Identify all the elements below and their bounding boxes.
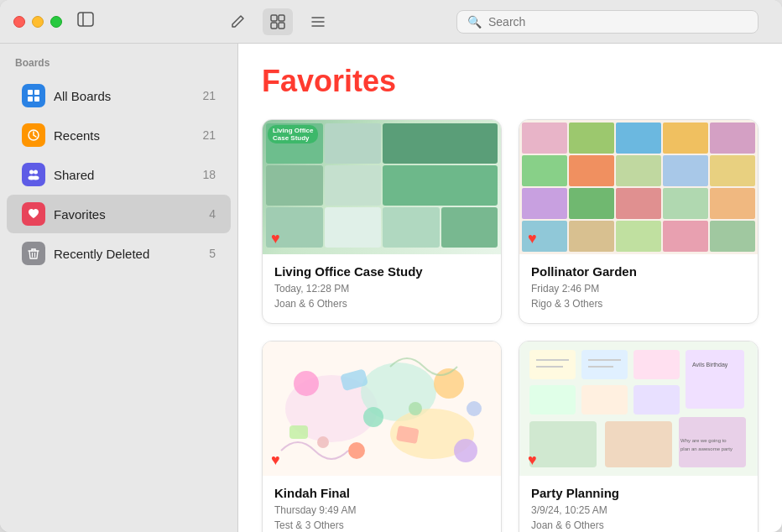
svg-rect-5 xyxy=(279,23,284,29)
svg-text:plan an awesome party: plan an awesome party xyxy=(680,446,732,451)
recents-icon xyxy=(22,123,45,147)
favorite-heart-kindah[interactable]: ♥ xyxy=(271,451,280,469)
svg-point-37 xyxy=(317,436,329,448)
board-collaborators-pollinator: Rigo & 3 Others xyxy=(531,296,746,311)
board-info-kindah: Kindah Final Thursday 9:49 AM Test & 3 O… xyxy=(263,476,501,532)
favorites-icon xyxy=(22,202,45,226)
favorite-heart-pollinator[interactable]: ♥ xyxy=(528,230,537,248)
svg-rect-41 xyxy=(581,350,628,379)
sidebar-item-all-boards[interactable]: All Boards 21 xyxy=(7,76,231,115)
favorite-heart-living-office[interactable]: ♥ xyxy=(271,230,280,248)
boards-grid: Living OfficeCase Study ♥ Living Office … xyxy=(262,119,759,532)
svg-rect-40 xyxy=(529,350,576,379)
board-name-party: Party Planning xyxy=(531,486,746,500)
board-card-living-office[interactable]: Living OfficeCase Study ♥ Living Office … xyxy=(262,119,502,324)
svg-rect-48 xyxy=(605,421,672,467)
board-date-kindah: Thursday 9:49 AM xyxy=(274,503,489,518)
all-boards-count: 21 xyxy=(202,89,216,102)
svg-rect-46 xyxy=(633,385,680,415)
svg-rect-9 xyxy=(28,90,33,95)
content-area: Favorites xyxy=(238,44,782,532)
svg-rect-2 xyxy=(271,15,277,21)
svg-rect-42 xyxy=(633,350,680,379)
search-bar: 🔍 xyxy=(456,10,759,34)
minimize-button[interactable] xyxy=(32,16,44,28)
board-name-kindah: Kindah Final xyxy=(274,486,489,500)
sidebar-item-shared[interactable]: Shared 18 xyxy=(7,155,231,194)
all-boards-icon xyxy=(22,84,45,107)
toolbar-center xyxy=(109,8,446,35)
svg-point-17 xyxy=(33,176,39,180)
svg-point-36 xyxy=(409,402,422,415)
board-card-kindah-final[interactable]: ♥ Kindah Final Thursday 9:49 AM Test & 3… xyxy=(262,341,502,532)
traffic-lights xyxy=(13,16,62,28)
page-title: Favorites xyxy=(262,64,759,99)
svg-rect-11 xyxy=(28,96,33,102)
favorites-count: 4 xyxy=(209,207,216,221)
svg-rect-47 xyxy=(529,421,597,467)
board-info-living-office: Living Office Case Study Today, 12:28 PM… xyxy=(263,254,501,323)
app-window: 🔍 Boards All Boards 21 xyxy=(0,0,782,532)
board-card-party-planning[interactable]: Avils Birthday Why are we going to plan … xyxy=(519,341,759,532)
shared-label: Shared xyxy=(54,168,194,182)
svg-point-28 xyxy=(294,371,319,396)
board-thumbnail-party: Avils Birthday Why are we going to plan … xyxy=(519,342,758,476)
favorite-heart-party[interactable]: ♥ xyxy=(528,451,537,469)
recently-deleted-label: Recently Deleted xyxy=(54,247,201,261)
svg-rect-45 xyxy=(581,385,628,415)
sidebar-section-label: Boards xyxy=(0,57,237,76)
sidebar-item-recently-deleted[interactable]: Recently Deleted 5 xyxy=(7,234,231,273)
board-thumbnail-pollinator: ♥ xyxy=(519,120,758,254)
svg-point-15 xyxy=(34,170,38,175)
board-info-party: Party Planning 3/9/24, 10:25 AM Joan & 6… xyxy=(519,476,758,532)
svg-rect-3 xyxy=(279,15,284,21)
svg-rect-44 xyxy=(529,385,576,415)
close-button[interactable] xyxy=(13,16,25,28)
sidebar-item-favorites[interactable]: Favorites 4 xyxy=(7,195,231,233)
svg-rect-10 xyxy=(34,90,39,95)
favorites-label: Favorites xyxy=(54,207,201,222)
recents-label: Recents xyxy=(54,128,194,143)
svg-point-29 xyxy=(363,407,383,427)
lo-label: Living OfficeCase Study xyxy=(268,125,318,143)
svg-rect-4 xyxy=(271,23,277,29)
maximize-button[interactable] xyxy=(50,16,62,28)
board-date-pollinator: Friday 2:46 PM xyxy=(531,281,746,296)
svg-point-34 xyxy=(454,439,477,462)
board-name-pollinator: Pollinator Garden xyxy=(531,264,746,279)
board-info-pollinator: Pollinator Garden Friday 2:46 PM Rigo & … xyxy=(519,254,758,323)
svg-point-38 xyxy=(467,401,482,416)
compose-button[interactable] xyxy=(222,8,253,35)
recently-deleted-icon xyxy=(22,242,45,265)
main-layout: Boards All Boards 21 xyxy=(0,44,782,532)
svg-point-35 xyxy=(348,442,365,459)
svg-rect-43 xyxy=(686,350,744,409)
svg-rect-12 xyxy=(34,96,39,102)
title-bar: 🔍 xyxy=(0,0,782,44)
board-date-living-office: Today, 12:28 PM xyxy=(274,281,489,296)
svg-text:Avils Birthday: Avils Birthday xyxy=(692,362,728,368)
recents-count: 21 xyxy=(202,128,216,142)
board-thumbnail-living-office: Living OfficeCase Study ♥ xyxy=(263,120,501,254)
list-view-button[interactable] xyxy=(303,8,333,35)
board-thumbnail-kindah: ♥ xyxy=(263,342,501,476)
shared-count: 18 xyxy=(202,168,216,181)
board-collaborators-living-office: Joan & 6 Others xyxy=(274,296,489,311)
search-icon: 🔍 xyxy=(467,15,482,29)
sidebar-item-recents[interactable]: Recents 21 xyxy=(7,116,231,154)
svg-point-14 xyxy=(29,170,34,175)
svg-rect-33 xyxy=(289,425,308,439)
svg-rect-0 xyxy=(78,13,93,26)
search-input[interactable] xyxy=(488,15,748,29)
board-collaborators-party: Joan & 6 Others xyxy=(531,518,746,532)
shared-icon xyxy=(22,163,45,186)
board-date-party: 3/9/24, 10:25 AM xyxy=(531,503,746,518)
svg-text:Why are we going to: Why are we going to xyxy=(680,438,727,443)
board-card-pollinator-garden[interactable]: ♥ Pollinator Garden Friday 2:46 PM Rigo … xyxy=(519,119,759,324)
grid-view-button[interactable] xyxy=(263,8,293,35)
board-name-living-office: Living Office Case Study xyxy=(274,264,489,279)
recently-deleted-count: 5 xyxy=(209,247,216,260)
all-boards-label: All Boards xyxy=(54,89,194,103)
board-collaborators-kindah: Test & 3 Others xyxy=(274,518,489,532)
sidebar-toggle-button[interactable] xyxy=(72,8,99,34)
